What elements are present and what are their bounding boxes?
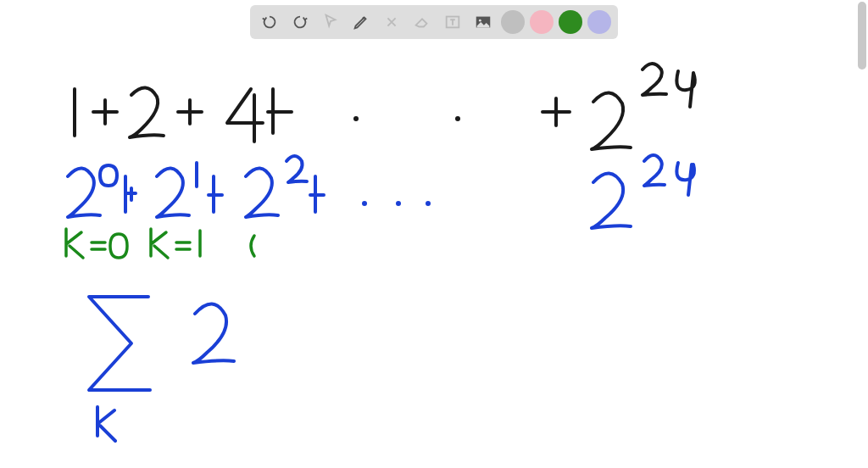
svg-point-7 xyxy=(426,201,431,206)
pointer-icon[interactable] xyxy=(318,9,343,35)
color-pink[interactable] xyxy=(530,10,554,34)
svg-point-6 xyxy=(396,201,401,206)
svg-point-4 xyxy=(455,116,460,121)
drawing-toolbar xyxy=(250,5,618,39)
undo-icon[interactable] xyxy=(257,9,282,35)
svg-point-2 xyxy=(479,20,481,22)
vertical-scrollbar[interactable] xyxy=(858,2,866,70)
color-lilac[interactable] xyxy=(587,10,611,34)
text-box-icon[interactable] xyxy=(440,9,465,35)
eraser-icon[interactable] xyxy=(409,9,435,35)
svg-point-5 xyxy=(362,201,367,206)
image-icon[interactable] xyxy=(470,9,496,35)
color-green[interactable] xyxy=(559,10,582,34)
pencil-icon[interactable] xyxy=(348,9,374,35)
svg-point-3 xyxy=(353,116,359,121)
whiteboard-canvas[interactable]: 1 + 2 + 4 + · · + 2^29 2^0 + 2^1 + 2^2 +… xyxy=(0,42,856,466)
color-gray[interactable] xyxy=(501,10,525,34)
tools-icon[interactable] xyxy=(379,9,404,35)
redo-icon[interactable] xyxy=(287,9,313,35)
